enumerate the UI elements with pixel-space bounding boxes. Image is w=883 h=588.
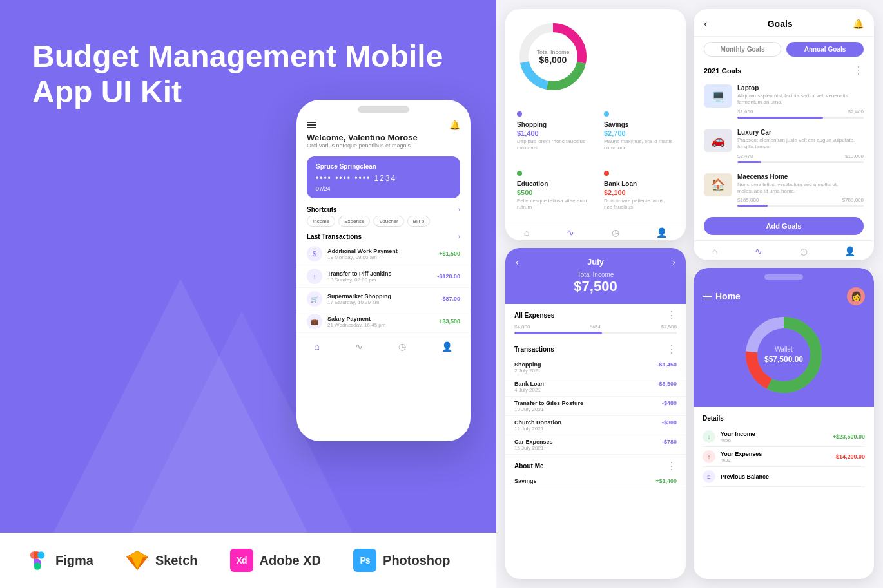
stat-bankloan-desc: Duis ornare pellente lacus, nec faucibus bbox=[604, 198, 674, 211]
trans-name-j3: Transfer to Giles Posture bbox=[514, 400, 583, 406]
wallet-income-pct: %56 bbox=[721, 437, 755, 443]
pill-income[interactable]: Income bbox=[307, 216, 335, 227]
nav-history-icon[interactable]: ◷ bbox=[398, 341, 406, 352]
nav-activity-icon-2[interactable]: ∿ bbox=[567, 227, 574, 238]
july-expenses-section: All Expenses ⋮ bbox=[505, 304, 686, 324]
goals-nav-history[interactable]: ◷ bbox=[800, 246, 808, 256]
goal-desc-car: Praesent elementum justo velt car augue … bbox=[737, 137, 864, 151]
welcome-sub: Orci varius natoque penatibus et magnis bbox=[307, 142, 460, 149]
wallet-menu-title: Home bbox=[703, 291, 741, 301]
trans-info-2: Transfer to Piff Jenkins 18 Sunday, 02:0… bbox=[327, 270, 432, 283]
stat-savings-amount: $2,700 bbox=[604, 129, 674, 137]
trans-name-j2: Bank Loan bbox=[514, 381, 544, 387]
trans-amount-2: -$120.00 bbox=[437, 273, 460, 280]
july-expenses-more[interactable]: ⋮ bbox=[666, 309, 677, 321]
goals-section-title: 2021 Goals bbox=[704, 67, 741, 75]
trans-info-1: Additional Work Payment 19 Monday, 09:00… bbox=[327, 248, 434, 260]
trans-date-4: 21 Wednesday, 16:45 pm bbox=[327, 322, 434, 328]
goal-current-home: $165,000 bbox=[737, 197, 759, 203]
july-trans-title: Transactions bbox=[514, 346, 554, 353]
transactions-header: Last Transactions › bbox=[296, 231, 471, 243]
pm-shortcuts-header: Shortcuts › bbox=[296, 201, 471, 216]
july-back-icon[interactable]: ‹ bbox=[516, 257, 519, 267]
goal-bar-home bbox=[737, 205, 864, 207]
tool-sketch: Sketch bbox=[126, 549, 198, 572]
stat-education: Education $500 Pellentesque tellusa vita… bbox=[512, 164, 592, 216]
transactions-more[interactable]: › bbox=[458, 233, 460, 240]
figma-label: Figma bbox=[55, 553, 93, 568]
wallet-income-row: ↓ Your Income %56 +$23,500.00 bbox=[703, 427, 865, 447]
trans-amount-j1: -$1,450 bbox=[657, 361, 677, 374]
goals-nav-activity[interactable]: ∿ bbox=[755, 246, 762, 256]
july-fwd-icon[interactable]: › bbox=[672, 257, 675, 267]
goal-img-car: 🚗 bbox=[704, 129, 732, 152]
goal-target-car: $13,000 bbox=[845, 153, 864, 159]
july-trans-section: Transactions ⋮ bbox=[505, 338, 686, 358]
trans-date-j4: 12 July 2021 bbox=[514, 426, 561, 432]
main-title: Budget Management Mobile App UI Kit bbox=[32, 39, 496, 109]
tab-monthly[interactable]: Monthly Goals bbox=[704, 42, 781, 57]
bell-icon: 🔔 bbox=[449, 120, 460, 130]
july-aboutme-section: About Me ⋮ bbox=[505, 455, 686, 475]
card-date: 07/24 bbox=[316, 185, 451, 192]
goals-section-more[interactable]: ⋮ bbox=[853, 64, 864, 77]
wallet-expenses-row: ↑ Your Expenses %32 -$14,200.00 bbox=[703, 447, 865, 467]
nav-profile-icon[interactable]: 👤 bbox=[442, 341, 452, 352]
trans-date-j1: 2 July 2021 bbox=[514, 368, 541, 374]
goal-progress-laptop: $1,650 $2,400 bbox=[737, 109, 864, 115]
july-expenses-title: All Expenses bbox=[514, 312, 554, 319]
nav-profile-icon-2[interactable]: 👤 bbox=[656, 227, 667, 238]
trans-name-2: Transfer to Piff Jenkins bbox=[327, 270, 432, 277]
nav-home-icon[interactable]: ⌂ bbox=[315, 341, 320, 352]
shortcut-pills: Income Expense Voucher Bill p bbox=[296, 216, 471, 231]
trans-name-3: Supermarket Shopping bbox=[327, 293, 435, 299]
goal-progress-home: $165,000 $700,000 bbox=[737, 197, 864, 203]
stat-bankloan-amount: $2,100 bbox=[604, 189, 674, 196]
dot-education bbox=[517, 171, 522, 176]
trans-date-j5: 15 July 2021 bbox=[514, 445, 553, 451]
shortcuts-arrow: › bbox=[458, 206, 460, 213]
ps-label: Photoshop bbox=[383, 553, 450, 568]
tab-annual[interactable]: Annual Goals bbox=[786, 42, 864, 57]
july-aboutme-more[interactable]: ⋮ bbox=[666, 460, 677, 472]
trans-icon-3: 🛒 bbox=[307, 291, 322, 307]
stat-shopping-name: Shopping bbox=[517, 121, 587, 128]
add-goals-button[interactable]: Add Goals bbox=[704, 217, 864, 235]
svg-text:Wallet: Wallet bbox=[775, 346, 793, 353]
tool-xd: Xd Adobe XD bbox=[230, 549, 322, 572]
trans-info-j3: Transfer to Giles Posture 10 July 2021 bbox=[514, 400, 583, 412]
goal-bar-car bbox=[737, 161, 864, 163]
phone-wallet: Home 👩 Wallet $57,500.00 bbox=[694, 268, 874, 579]
wallet-notch bbox=[764, 274, 803, 280]
goal-bar-fill-laptop bbox=[737, 117, 823, 119]
wallet-donut-chart: Wallet $57,500.00 bbox=[742, 313, 826, 397]
goal-bar-fill-home bbox=[737, 205, 768, 207]
nav-home-icon-2[interactable]: ⌂ bbox=[524, 227, 529, 238]
july-month: July bbox=[587, 257, 604, 267]
pill-expense[interactable]: Expense bbox=[338, 216, 370, 227]
goal-desc-home: Nunc urna tellus, vestibulum sed a molli… bbox=[737, 182, 864, 195]
stat-bankloan-name: Bank Loan bbox=[604, 180, 674, 187]
pm-welcome: Welcome, Valentino Morose Orci varius na… bbox=[296, 133, 471, 154]
nav-activity-icon[interactable]: ∿ bbox=[355, 341, 363, 352]
pill-voucher[interactable]: Voucher bbox=[373, 216, 403, 227]
trans-amount-3: -$87.00 bbox=[440, 296, 460, 302]
table-row: 🛒 Supermarket Shopping 17 Saturday, 10.3… bbox=[296, 288, 471, 310]
goal-current-car: $2,470 bbox=[737, 153, 753, 159]
july-trans-more[interactable]: ⋮ bbox=[666, 343, 677, 356]
goals-nav-profile[interactable]: 👤 bbox=[844, 246, 855, 256]
trans-name-j4: Church Donation bbox=[514, 419, 561, 426]
goals-back-icon[interactable]: ‹ bbox=[704, 18, 707, 30]
tool-ps: Ps Photoshop bbox=[353, 549, 450, 572]
bottom-bar: Figma Sketch Xd Adobe XD Ps bbox=[0, 533, 496, 588]
stat-shopping-amount: $1,400 bbox=[517, 129, 587, 137]
nav-history-icon-2[interactable]: ◷ bbox=[612, 227, 619, 238]
pill-bill[interactable]: Bill p bbox=[407, 216, 430, 227]
trans-info-3: Supermarket Shopping 17 Saturday, 10.30 … bbox=[327, 293, 435, 305]
stat-savings: Savings $2,700 Mauris maximus, era id ma… bbox=[599, 104, 679, 157]
wallet-expenses-icon: ↑ bbox=[703, 450, 715, 463]
wallet-details: Details ↓ Your Income %56 +$23,500.00 ↑ bbox=[694, 407, 874, 495]
trans-info-j1: Shopping 2 July 2021 bbox=[514, 361, 541, 374]
goals-nav-home[interactable]: ⌂ bbox=[712, 246, 717, 256]
phone-income-chart: Total Income $6,000 Shopping $1,400 Dapi… bbox=[505, 9, 686, 240]
